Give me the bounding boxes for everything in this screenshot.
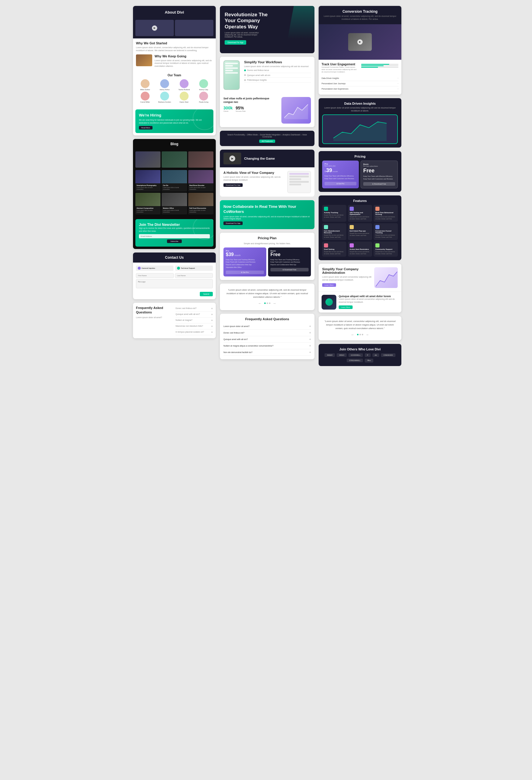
blog-item-5[interactable]: Modern Office Lorem ipsum dolor sit amet…: [162, 193, 187, 214]
features-right-card: Features Activity Tracking Suspel Divi u…: [319, 195, 402, 260]
contact-first-name-field[interactable]: [136, 273, 174, 278]
collab-download-btn[interactable]: Download For App: [223, 222, 243, 225]
right-price-card-basic: Basic For new subscribers Free Keep Your…: [361, 160, 398, 188]
stat-2-label: Success Rate: [235, 110, 246, 112]
track-list-item-1[interactable]: Data-Driven Insights ›: [322, 76, 398, 81]
features-banner-text: Search Functionality – Offline Mode – So…: [223, 134, 311, 138]
features-all-link[interactable]: All Features: [259, 140, 275, 143]
contact-submit-btn[interactable]: Submit: [200, 292, 213, 296]
hero-download-btn[interactable]: Download For App: [225, 40, 246, 45]
simplify-learn-more-btn[interactable]: Learn More: [322, 283, 336, 287]
feature-name-2: A/B Testing and Optimization: [350, 212, 370, 215]
right-prev-arrow-icon[interactable]: ←: [351, 333, 355, 337]
hero-accent: [285, 6, 315, 53]
pro-price: $39: [226, 252, 234, 257]
blog-item-text-3: Lorem ipsum dolor sit amet consectetur: [190, 187, 212, 190]
blog-item-6[interactable]: Fall Food Discoveries Lorem ipsum dolor …: [188, 193, 213, 214]
feature-desc-7: Suspel Divi ut eros and donec sit amet. …: [324, 251, 344, 255]
feature-item-4: Cart Abandonment Recovery Suspel Divi ut…: [322, 223, 347, 240]
feature-item-1: Activity Tracking Suspel Divi ut eros an…: [322, 205, 347, 222]
blog-item-title-6: Fall Food Discoveries: [190, 207, 212, 209]
right-next-arrow-icon[interactable]: →: [366, 333, 369, 337]
pro-buy-btn[interactable]: & Get Pro: [226, 271, 264, 274]
blog-featured-img-1: [136, 151, 160, 168]
progress-fill-1: [361, 64, 389, 65]
faq-mid-item-5[interactable]: Non ele demonstrat factibili du? +: [223, 349, 311, 356]
about-card: About Divi ▶ Why We Got Started Lorem ip…: [133, 6, 216, 135]
faq-right-item-2[interactable]: Quisque amet with all em? +: [175, 312, 213, 318]
newsletter-subscribe-btn[interactable]: Subscribe: [167, 240, 182, 243]
faq-right-item-3[interactable]: Nullam at magna? +: [175, 318, 213, 324]
insights-chart: [322, 114, 398, 144]
faq-mid-item-3[interactable]: Quisque amet with all em? +: [223, 336, 311, 343]
workflow-dot-3: [244, 79, 246, 81]
quisque-title: Quisque aliquet velit sit amet dolor lor…: [339, 295, 398, 298]
hiring-read-more-btn[interactable]: Read More: [139, 126, 153, 130]
quisque-learn-more-btn[interactable]: Learn More: [339, 305, 353, 309]
track-left: Track User Engagement Increased Conversi…: [322, 63, 359, 73]
conversion-body: Track User Engagement Increased Conversi…: [319, 60, 402, 95]
workflow-item-label-2: Quisque amet with all em: [247, 74, 270, 77]
pricing-cards: Pro $39 /month Keep Your Team and Tracki…: [223, 247, 311, 277]
contact-message-field[interactable]: [136, 279, 213, 288]
feature-icon-5: [350, 225, 354, 229]
faq-mid-item-1[interactable]: Lorem ipsum dolor sit amet? +: [223, 323, 311, 330]
blog-item-3[interactable]: Real Bone Disorder Lorem ipsum dolor sit…: [188, 170, 213, 192]
faq-expand-3-icon: +: [211, 319, 213, 322]
team-member-2: Henry Arthur: [155, 79, 174, 91]
phone-line-5: [225, 72, 238, 74]
stats-section: Sed vitae nulla et justo pellentesque co…: [220, 93, 315, 127]
right-price-card-pro: Pro Best value plan $ 39 /month Keep You…: [322, 160, 359, 188]
faq-mid-expand-2: +: [309, 331, 311, 334]
right-pro-btn[interactable]: & Get Pro: [324, 182, 357, 185]
insights-title: Data Driven Insights: [322, 102, 398, 105]
faq-item-2-text: Quisque amet with all em?: [175, 313, 200, 316]
faq-mid-expand-3: +: [309, 338, 311, 341]
conversion-tiny-text: Lorem ipsum dolor sit amet, consectetur …: [322, 15, 398, 21]
hero-title: Revolutionize The Your Company Operates …: [225, 12, 272, 30]
right-basic-btn[interactable]: & Download Free: [363, 182, 395, 186]
basic-download-btn[interactable]: & Download Free: [270, 268, 309, 272]
conversion-play-button[interactable]: ▶: [357, 39, 363, 45]
pricing-right-cards: Pro Best value plan $ 39 /month Keep You…: [322, 160, 398, 188]
right-basic-price: Free: [363, 168, 395, 174]
blog-item-4[interactable]: Abstract Composition Lorem ipsum dolor s…: [136, 193, 160, 214]
video-thumbnail[interactable]: ▶: [223, 153, 241, 164]
play-button[interactable]: ▶: [152, 26, 157, 31]
faq-right-item-1[interactable]: Donec sed finibus est? +: [175, 306, 213, 312]
workflow-item-1: Dunno sed finibus lacus: [244, 68, 311, 73]
feature-desc-4: Suspel Divi ut eros and donec sit amet. …: [324, 234, 344, 238]
faq-right-item-4[interactable]: Maecenas non blandum felis? +: [175, 324, 213, 329]
contact-tab-technical[interactable]: Technical Support: [175, 265, 213, 271]
right-dot-3: [362, 334, 363, 335]
video-play-button[interactable]: ▶: [229, 155, 235, 161]
member-name-2: Henry Arthur: [155, 89, 174, 91]
contact-tab-general[interactable]: General Inquiries: [136, 265, 173, 271]
right-dot-1: [357, 334, 359, 335]
faq-right-item-5[interactable]: In tempus placerat sodales sit? +: [175, 329, 213, 335]
blog-item-2[interactable]: Car Do Lorem ipsum dolor sit amet consec…: [162, 170, 187, 192]
phone-line-3: [225, 67, 238, 69]
track-right: [361, 63, 398, 68]
team-member-5: Carrel Miller: [136, 92, 154, 103]
right-pro-sub: Best value plan: [324, 165, 357, 167]
faq-mid-item-4[interactable]: Nullam at magna aliqua a consectetur con…: [223, 343, 311, 349]
holistic-download-btn[interactable]: Download For App: [223, 183, 243, 187]
blog-item-1[interactable]: Smartphone Photography Lorem ipsum dolor…: [136, 170, 160, 192]
faq-mid-item-2[interactable]: Donec sed finibus est? +: [223, 330, 311, 336]
track-section: Track User Engagement Increased Conversi…: [322, 63, 398, 73]
quisque-text: Lorem ipsum dolor sit amet consectetur a…: [339, 298, 398, 304]
track-list-item-2[interactable]: Personalized User Journeys ›: [322, 81, 398, 86]
wallet-image: [136, 54, 152, 66]
right-basic-feat-2: Keep Team with Customers and Reviews: [363, 178, 395, 180]
contact-last-name-field[interactable]: [175, 273, 213, 278]
basic-feature-3: Reports and Collaborative Web App: [270, 263, 309, 266]
next-arrow-icon[interactable]: →: [273, 301, 276, 305]
faq-left: Frequently Asked Questions Lorem ipsum d…: [136, 306, 173, 335]
feature-item-6: Conversion Funnel Tracking Suspel Divi u…: [374, 223, 398, 240]
track-list-item-3[interactable]: Personalized User Experiences ›: [322, 86, 398, 92]
prev-arrow-icon[interactable]: ←: [258, 301, 262, 305]
avatar-5: [141, 92, 150, 101]
right-basic-features: Keep Your Team with Effective Efficiency…: [363, 175, 395, 180]
workflow-item-label-1: Dunno sed finibus lacus: [247, 69, 269, 72]
